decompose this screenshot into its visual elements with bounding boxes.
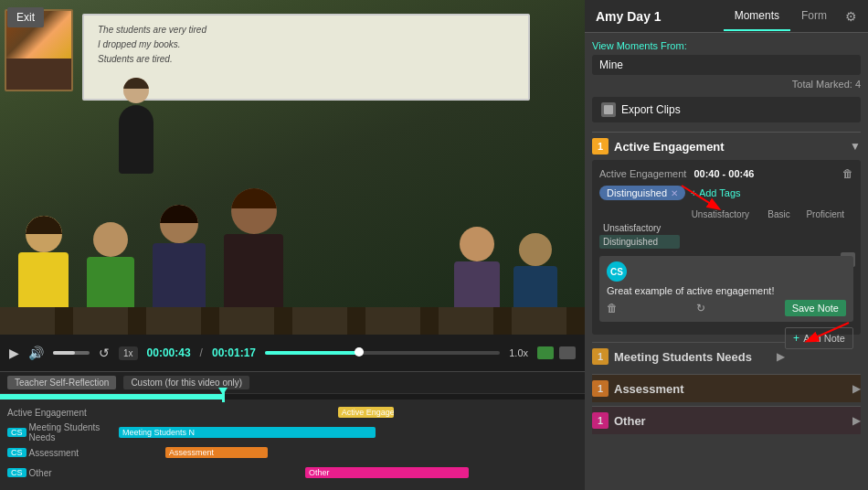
video-container: The students are very tired I dropped my… (0, 0, 585, 335)
ae-time-row: Active Engagement 00:40 - 00:46 🗑 (599, 167, 853, 180)
track-active-engagement: Active Engagement Active Engagem (0, 403, 585, 421)
note-text: Great example of active engagement! (607, 285, 846, 296)
section-assessment-header[interactable]: 1 Assessment ▶ (592, 374, 861, 402)
section-toggle-assess[interactable]: ▶ (852, 382, 861, 395)
progress-fill (265, 351, 359, 355)
rating-row-unsat: Unsatisfactory (599, 221, 853, 235)
section-toggle-other[interactable]: ▶ (852, 414, 861, 427)
add-note-button[interactable]: + Add Note (785, 327, 853, 349)
total-marked: Total Marked: 4 (592, 79, 861, 90)
section-meeting-students-header[interactable]: 1 Meeting Students Needs ▶ (592, 342, 785, 370)
volume-button[interactable]: 🔊 (28, 346, 44, 360)
ae-time-label: Active Engagement (599, 168, 686, 179)
other-bar[interactable]: Other (305, 467, 469, 478)
speed-badge: 1x (119, 346, 138, 360)
playback-speed: 1.0x (509, 347, 528, 358)
tag-row: Distinguished ✕ + Add Tags (599, 186, 853, 200)
timeline-label-self-reflection[interactable]: Teacher Self-Reflection (7, 376, 116, 389)
view-moments-value: Mine (592, 55, 861, 75)
note-author: CS (607, 261, 846, 282)
video-panel: The students are very tired I dropped my… (0, 0, 585, 490)
section-num-assess: 1 (592, 380, 609, 397)
add-note-icon: + (793, 332, 799, 345)
track-content-other: Other (119, 466, 585, 479)
cs-badge-assess: CS (7, 448, 26, 457)
right-content: View Moments From: Mine Total Marked: 4 … (585, 33, 868, 490)
export-button[interactable]: Export Clips (592, 97, 861, 122)
track-label-assess: Assessment (29, 448, 79, 458)
section-num-other: 1 (592, 412, 609, 429)
right-panel: Amy Day 1 Moments Form ⚙ View Moments Fr… (585, 0, 868, 490)
tag-remove-distinguished[interactable]: ✕ (671, 188, 678, 198)
section-title-assess: Assessment (614, 382, 684, 396)
cs-badge-msn: CS (7, 428, 26, 437)
layout-icon[interactable] (559, 346, 576, 359)
settings-icon[interactable]: ⚙ (845, 9, 857, 24)
track-content-msn: Meeting Students N (119, 426, 585, 439)
tab-form[interactable]: Form (790, 2, 838, 31)
section-active-engagement-header[interactable]: 1 Active Engagement ▼ (592, 132, 861, 160)
track-content-ae: Active Engagem (119, 406, 585, 419)
note-refresh-btn[interactable]: ↻ (696, 302, 705, 314)
section-title-ae: Active Engagement (614, 140, 725, 154)
classroom-scene: The students are very tired I dropped my… (0, 0, 585, 335)
track-content-assess: Assessment (119, 446, 585, 459)
section-num-ae: 1 (592, 138, 609, 154)
current-time: 00:00:43 (147, 346, 191, 359)
export-icon (601, 102, 616, 117)
track-assessment: CS Assessment Assessment (0, 443, 585, 462)
total-time: 00:01:17 (212, 346, 256, 359)
section-other-header[interactable]: 1 Other ▶ (592, 406, 861, 434)
rating-table: Unsatisfactory Basic Proficient Unsatisf… (599, 208, 853, 249)
note-actions: 🗑 ↻ Save Note (607, 300, 846, 316)
ae-delete-icon[interactable]: 🗑 (842, 167, 853, 180)
add-marker-icon[interactable] (537, 346, 554, 359)
section-title-msn: Meeting Students Needs (614, 350, 752, 364)
ae-time-value: 00:40 - 00:46 (693, 168, 754, 179)
tab-moments[interactable]: Moments (724, 2, 790, 31)
note-avatar: CS (607, 261, 627, 282)
replay-button[interactable]: ↺ (99, 346, 110, 360)
volume-slider[interactable] (53, 351, 90, 355)
section-toggle-msn[interactable]: ▶ (777, 350, 785, 363)
save-note-button[interactable]: Save Note (785, 300, 846, 316)
section-num-msn: 1 (592, 348, 609, 365)
timeline-header: Teacher Self-Reflection Custom (for this… (0, 372, 585, 394)
video-controls: ▶ 🔊 ↺ 1x 00:00:43 / 00:01:17 1.0x (0, 335, 585, 371)
msn-bar[interactable]: Meeting Students N (119, 427, 376, 438)
progress-bar[interactable] (265, 351, 500, 355)
playhead-marker (218, 388, 228, 395)
track-meeting-students: CS Meeting Students Needs Meeting Studen… (0, 423, 585, 442)
view-moments-label: View Moments From: (592, 40, 861, 51)
section-title-other: Other (614, 414, 646, 428)
timeline-tracks: Active Engagement Active Engagem CS Meet… (0, 399, 585, 487)
note-delete-btn[interactable]: 🗑 (607, 302, 618, 314)
cs-badge-other: CS (7, 468, 26, 477)
rating-row-distinguished: Distinguished (599, 235, 853, 249)
right-header: Amy Day 1 Moments Form ⚙ (585, 0, 868, 33)
whiteboard-text: The students are very tired I dropped my… (84, 16, 528, 74)
play-button[interactable]: ▶ (9, 346, 19, 360)
timeline-label-custom[interactable]: Custom (for this video only) (123, 376, 249, 389)
progress-handle (355, 347, 364, 357)
control-icons (537, 346, 576, 359)
add-tag-button[interactable]: + Add Tags (691, 187, 741, 198)
exit-button[interactable]: Exit (7, 7, 44, 27)
right-panel-title: Amy Day 1 (596, 9, 724, 24)
ae-content: Active Engagement 00:40 - 00:46 🗑 Distin… (592, 160, 861, 335)
track-label-msn: Meeting Students Needs (29, 422, 119, 442)
section-toggle-ae[interactable]: ▼ (850, 140, 861, 153)
tag-area: Distinguished ✕ + Add Tags (599, 186, 853, 200)
ae-bar[interactable]: Active Engagem (338, 407, 394, 418)
tag-distinguished: Distinguished ✕ (599, 186, 685, 200)
note-card: CS Great example of active engagement! 🗑… (599, 256, 853, 322)
timeline-area: Teacher Self-Reflection Custom (for this… (0, 371, 585, 490)
assess-bar[interactable]: Assessment (165, 447, 268, 458)
note-area: ✕ CS Great example of active engagement!… (599, 256, 853, 322)
track-label-ae: Active Engagement (7, 408, 87, 418)
track-label-other: Other (29, 468, 52, 478)
track-other: CS Other Other (0, 463, 585, 482)
